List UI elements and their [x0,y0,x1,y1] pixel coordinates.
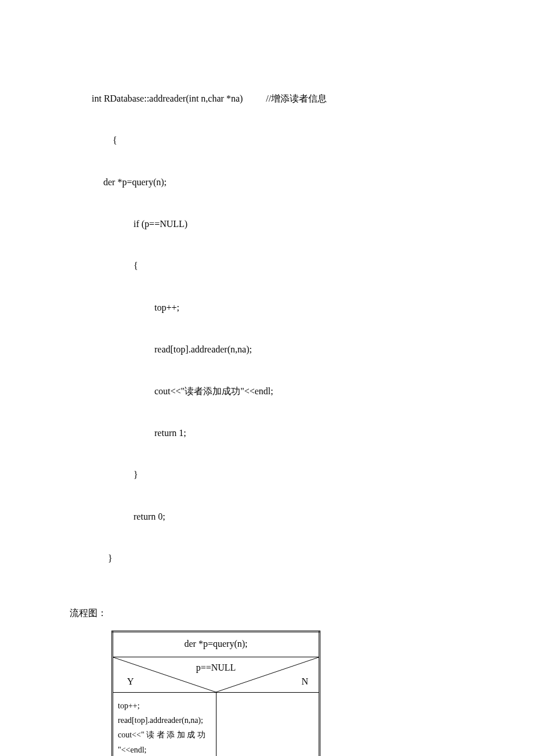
flow-line: cout<<" 读 者 添 加 成 功 [118,728,211,742]
code-line: top++; [92,301,464,315]
code-line: der *p=query(n); [92,175,464,189]
yes-label: Y [127,675,134,689]
flow-header: der *p=query(n); [113,632,320,657]
code-line: return 1; [92,426,464,440]
flow-condition: p==NULL Y N [113,657,320,693]
code-line: if (p==NULL) [92,217,464,231]
table-row: top++; read[top].addreader(n,na); cout<<… [113,693,320,757]
code-line: { [92,259,464,273]
flow-line: "<<endl; [118,743,211,756]
table-row: p==NULL Y N [113,657,320,693]
code-line: read[top].addreader(n,na); [92,343,464,357]
table-row: der *p=query(n); [113,632,320,657]
ns-flowchart: der *p=query(n); p==NULL Y N top++; read… [111,631,320,756]
code-comment: //增添读者信息 [266,92,327,106]
code-line: } [92,468,464,482]
flow-label: 流程图： [70,606,464,620]
flow-line: top++; [118,699,211,713]
code-line: return 0; [92,510,464,524]
no-branch [216,693,320,757]
code-line: int RDatabase::addreader(int n,char *na)… [92,92,464,106]
code-line: } [92,552,464,566]
no-label: N [301,675,308,689]
code-line: cout<<"读者添加成功"<<endl; [92,384,464,398]
code-text: int RDatabase::addreader(int n,char *na) [92,93,243,103]
code-line: { [92,134,464,147]
document-page: int RDatabase::addreader(int n,char *na)… [0,0,534,756]
condition-text: p==NULL [113,661,319,675]
addreader-code: int RDatabase::addreader(int n,char *na)… [92,64,464,593]
flow-line: read[top].addreader(n,na); [118,713,211,728]
yes-branch: top++; read[top].addreader(n,na); cout<<… [113,693,217,757]
